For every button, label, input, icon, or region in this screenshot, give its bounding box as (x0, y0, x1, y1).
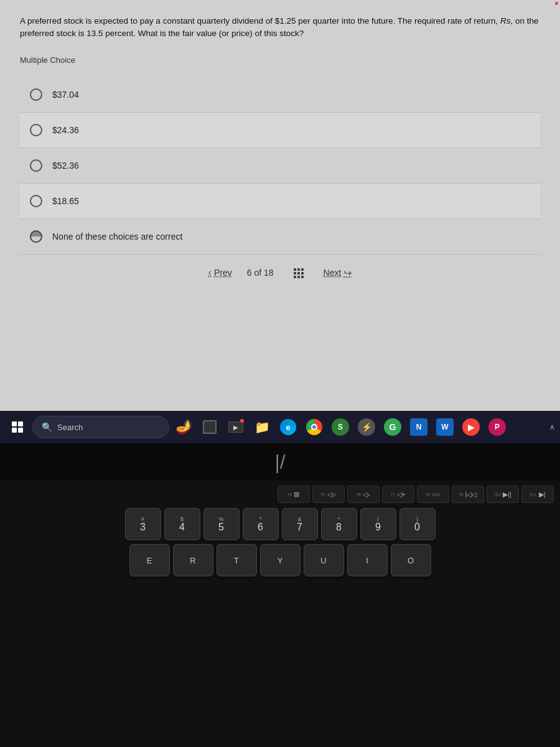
current-page: 6 (247, 268, 252, 278)
laptop-base: |/ f4 ⊠ f5 ◁○ f6 ◁- f7 ◁+ f8 ○○ (0, 443, 560, 747)
next-label: Next (324, 268, 342, 278)
taskbar-app-chrome[interactable] (302, 415, 326, 439)
radio-c[interactable] (30, 159, 42, 172)
taskbar-app-edge[interactable]: e (276, 415, 300, 439)
key-3[interactable]: # 3 (125, 508, 161, 540)
taskbar-app-k[interactable]: ⚡ (355, 415, 378, 439)
prev-arrow-icon: ‹ (208, 267, 212, 278)
taskbar-app-video[interactable]: ▶ (224, 415, 248, 439)
radio-d[interactable] (30, 195, 42, 207)
fn-key-f7[interactable]: f7 ◁+ (382, 486, 414, 503)
key-7[interactable]: & 7 (282, 508, 318, 540)
key-5[interactable]: % 5 (203, 508, 240, 540)
key-6[interactable]: ^ 6 (243, 508, 279, 540)
letter-row: E R T Y U I O (6, 544, 554, 576)
fn-key-row: f4 ⊠ f5 ◁○ f6 ◁- f7 ◁+ f8 ○○ f9 (6, 486, 554, 503)
quiz-container: A preferred stock is expected to pay a c… (0, 0, 560, 411)
search-icon: 🔍 (42, 422, 52, 432)
taskbar-app-folder[interactable]: 📁 (250, 415, 274, 439)
key-9[interactable]: ( 9 (360, 508, 396, 540)
choices-list: $37.04 $24.36 $52.36 $18.65 None of thes… (20, 77, 540, 255)
radio-a[interactable] (30, 88, 42, 101)
search-box[interactable]: 🔍 Search (32, 416, 169, 438)
choice-c[interactable]: $52.36 (20, 148, 540, 184)
cursor-visual: |/ (274, 451, 285, 474)
taskbar-app-g[interactable]: G (381, 415, 404, 439)
choice-a-label: $37.04 (52, 90, 79, 100)
choice-b-label: $24.36 (52, 125, 79, 135)
choice-e[interactable]: None of these choices are correct (20, 219, 540, 255)
fn-key-f8[interactable]: f8 ○○ (417, 486, 449, 503)
key-y[interactable]: Y (260, 544, 301, 576)
key-i[interactable]: I (347, 544, 388, 576)
question-type-label: Multiple Choice (20, 55, 540, 65)
taskbar-app-s[interactable]: S (329, 415, 352, 439)
navigation-bar: ‹ Prev 6 of 18 Next ↪ (20, 255, 540, 285)
key-4[interactable]: $ 4 (164, 508, 200, 540)
taskbar-app-square[interactable] (198, 415, 222, 439)
fn-key-f9[interactable]: f9 |◁◁ (452, 486, 484, 503)
choice-e-label: None of these choices are correct (52, 232, 182, 242)
choice-b[interactable]: $24.36 (20, 113, 540, 148)
windows-button[interactable] (5, 415, 30, 439)
grid-icon[interactable] (291, 267, 306, 278)
search-input-label: Search (57, 423, 83, 432)
keyboard-area: f4 ⊠ f5 ◁○ f6 ◁- f7 ◁+ f8 ○○ f9 (0, 481, 560, 747)
taskbar-overflow-button[interactable]: ∧ (549, 423, 555, 431)
fn-dot-f8 (555, 2, 558, 5)
choice-d[interactable]: $18.65 (20, 184, 540, 219)
choice-d-label: $18.65 (52, 196, 79, 206)
key-u[interactable]: U (304, 544, 344, 576)
fn-key-f4[interactable]: f4 ⊠ (278, 486, 310, 503)
taskbar-app-tea[interactable]: 🪔 (172, 415, 195, 439)
radio-b[interactable] (30, 124, 42, 136)
prev-label: Prev (214, 268, 232, 278)
page-info: 6 of 18 (247, 268, 274, 278)
taskbar-app-p[interactable]: P (485, 415, 509, 439)
taskbar-app-w[interactable]: W (433, 415, 457, 439)
recording-dot (240, 419, 244, 423)
fn-key-f11[interactable]: f11 ▶| (521, 486, 554, 503)
taskbar-app-n[interactable]: N (407, 415, 431, 439)
question-text: A preferred stock is expected to pay a c… (20, 15, 540, 40)
number-row: # 3 $ 4 % 5 ^ 6 & 7 * 8 (6, 508, 554, 540)
key-8[interactable]: * 8 (321, 508, 357, 540)
next-arrow-icon: ↪ (343, 267, 352, 279)
key-0[interactable]: ) 0 (399, 508, 436, 540)
total-pages: 18 (264, 268, 274, 278)
choice-a[interactable]: $37.04 (20, 77, 540, 113)
radio-e[interactable] (30, 230, 42, 243)
chevron-up-icon: ∧ (549, 423, 555, 431)
next-button[interactable]: Next ↪ (324, 267, 352, 279)
taskbar: 🔍 Search 🪔 ▶ 📁 e S ⚡ (0, 411, 560, 443)
fn-key-f6[interactable]: f6 ◁- (347, 486, 380, 503)
fn-key-f5[interactable]: f5 ◁○ (312, 486, 345, 503)
key-e[interactable]: E (129, 544, 170, 576)
key-r[interactable]: R (173, 544, 213, 576)
choice-c-label: $52.36 (52, 161, 79, 171)
fn-key-f10[interactable]: f10 ▶|| (487, 486, 519, 503)
key-t[interactable]: T (217, 544, 257, 576)
prev-button[interactable]: ‹ Prev (208, 267, 232, 278)
taskbar-app-y[interactable]: ▶ (459, 415, 483, 439)
key-o[interactable]: O (391, 544, 431, 576)
of-label: of (254, 268, 261, 278)
